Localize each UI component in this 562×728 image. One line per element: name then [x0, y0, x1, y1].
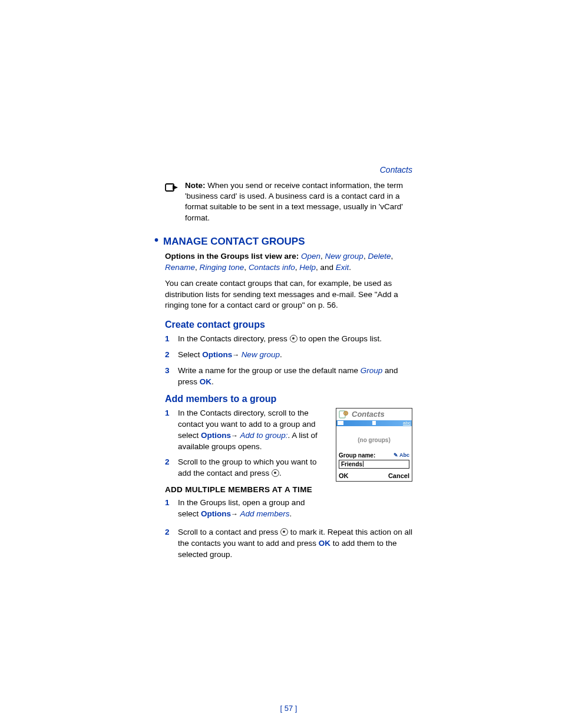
input-mode-icon: abc: [403, 420, 411, 426]
step-number: 2: [165, 527, 172, 561]
step-text: Scroll to a contact and press to mark it…: [178, 527, 412, 561]
signal-icon: [338, 421, 343, 425]
indicator-icon: [372, 421, 376, 425]
opt-exit: Exit: [336, 263, 349, 272]
options-tail: , and: [316, 263, 336, 272]
note-label: Note:: [185, 181, 206, 190]
step-number: 1: [165, 334, 172, 345]
note-arrow-icon: [165, 182, 179, 196]
step-row: 1 In the Contacts directory, scroll to t…: [165, 408, 324, 453]
svg-point-3: [345, 412, 345, 413]
step-number: 1: [165, 408, 172, 453]
phone-titlebar: Contacts: [336, 409, 412, 420]
phone-title: Contacts: [352, 410, 385, 419]
group-name-input[interactable]: Friends: [339, 460, 409, 469]
step-text: In the Contacts directory, press to open…: [178, 334, 412, 345]
step-row: 2 Select Options→ New group.: [165, 350, 412, 361]
text-cursor: [363, 461, 363, 467]
add-members-heading: Add members to a group: [165, 394, 412, 404]
phone-screenshot: Contacts abc (no groups) Group name: ✎ A…: [336, 408, 412, 482]
opt-contacts-info: Contacts info: [249, 263, 295, 272]
opt-ringing-tone: Ringing tone: [200, 263, 244, 272]
section-header: Contacts: [165, 165, 412, 174]
right-softkey[interactable]: Cancel: [388, 472, 409, 479]
svg-point-2: [344, 411, 348, 415]
step-row: 1 In the Contacts directory, press to op…: [165, 334, 412, 345]
text-mode-indicator: ✎ Abc: [394, 452, 409, 459]
options-summary: Options in the Groups list view are: Ope…: [165, 251, 412, 274]
arrow-icon: →: [232, 351, 241, 359]
opt-open: Open: [301, 252, 320, 261]
arrow-icon: →: [231, 510, 240, 518]
multi-members-heading: ADD MULTIPLE MEMBERS AT A TIME: [165, 485, 324, 494]
step-row: 2 Scroll to a contact and press to mark …: [165, 527, 412, 561]
opt-delete: Delete: [368, 252, 391, 261]
step-row: 2 Scroll to the group to which you want …: [165, 457, 324, 479]
input-value: Friends: [341, 461, 362, 467]
svg-point-4: [346, 412, 346, 413]
opt-new-group: New group: [325, 252, 363, 261]
create-groups-heading: Create contact groups: [165, 319, 412, 330]
main-heading: •MANAGE CONTACT GROUPS: [165, 234, 412, 248]
note-body: Note: When you send or receive contact i…: [185, 180, 412, 223]
step-text: Scroll to the group to which you want to…: [178, 457, 324, 479]
contacts-app-icon: [339, 410, 349, 419]
ok-key: OK: [319, 539, 330, 548]
phone-empty-state: (no groups): [336, 426, 412, 452]
step-text: Select Options→ New group.: [178, 350, 412, 361]
phone-field-label: Group name: ✎ Abc: [336, 452, 412, 459]
step-row: 1 In the Groups list, open a group and s…: [165, 498, 324, 520]
step-number: 2: [165, 350, 172, 361]
menu-item: Add members: [240, 509, 289, 518]
step-text: Write a name for the group or use the de…: [178, 365, 412, 388]
left-softkey[interactable]: OK: [339, 472, 349, 479]
options-keyword: Options: [201, 509, 231, 518]
options-prefix: Options in the Groups list view are:: [165, 252, 301, 261]
step-text: In the Contacts directory, scroll to the…: [178, 408, 324, 453]
phone-status-bar: abc: [336, 420, 412, 426]
options-keyword: Options: [202, 350, 232, 359]
note-text: When you send or receive contact informa…: [185, 181, 403, 222]
arrow-icon: →: [231, 431, 240, 440]
nav-key-icon: [272, 469, 279, 477]
step-number: 3: [165, 365, 172, 388]
bullet-icon: •: [154, 233, 158, 246]
heading-text: MANAGE CONTACT GROUPS: [163, 236, 305, 247]
step-text: In the Groups list, open a group and sel…: [178, 498, 324, 520]
step-number: 1: [165, 498, 172, 520]
opt-help: Help: [299, 263, 316, 272]
nav-key-icon: [290, 335, 297, 342]
options-keyword: Options: [201, 431, 231, 440]
svg-rect-0: [166, 184, 174, 191]
intro-paragraph: You can create contact groups that can, …: [165, 278, 412, 312]
ok-key: OK: [200, 377, 211, 386]
default-name: Group: [361, 366, 383, 375]
step-row: 3 Write a name for the group or use the …: [165, 365, 412, 388]
menu-item: Add to group:: [240, 431, 287, 440]
page-number: [ 57 ]: [165, 704, 412, 713]
opt-rename: Rename: [165, 263, 195, 272]
menu-item: New group: [242, 350, 280, 359]
step-number: 2: [165, 457, 172, 479]
note-callout: Note: When you send or receive contact i…: [165, 180, 412, 223]
nav-key-icon: [280, 528, 288, 536]
